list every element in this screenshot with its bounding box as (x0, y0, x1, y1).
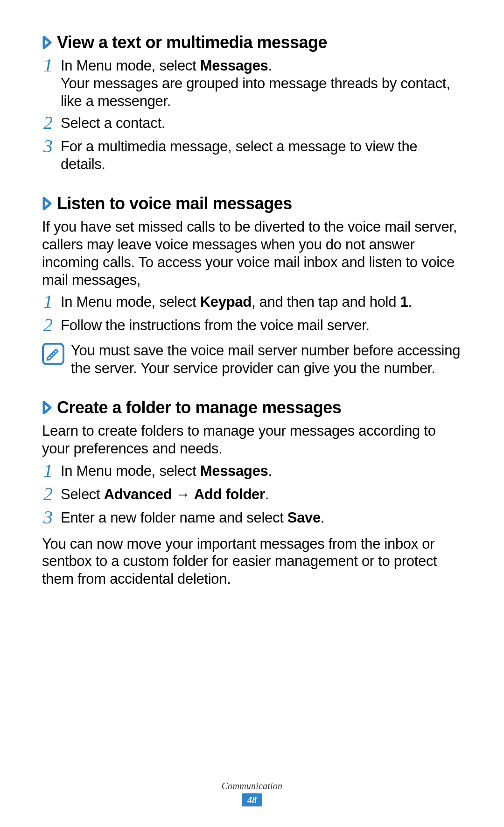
step-body: Select a contact. (61, 114, 462, 132)
step-number: 2 (42, 113, 54, 132)
step-body: Enter a new folder name and select Save. (61, 509, 462, 527)
step-item: 2 Follow the instructions from the voice… (42, 317, 462, 335)
section-heading: Create a folder to manage messages (42, 398, 462, 417)
svg-line-0 (50, 355, 52, 357)
section-heading: View a text or multimedia message (42, 33, 462, 52)
step-item: 3 For a multimedia message, select a mes… (42, 138, 462, 173)
note-text: You must save the voice mail server numb… (71, 342, 462, 377)
section-intro: If you have set missed calls to be diver… (42, 218, 462, 289)
chevron-icon (42, 197, 54, 210)
heading-text: Listen to voice mail messages (57, 194, 292, 213)
step-body: Select Advanced → Add folder. (61, 486, 462, 503)
note-block: You must save the voice mail server numb… (42, 342, 462, 377)
step-number: 1 (42, 56, 54, 75)
step-body: In Menu mode, select Keypad, and then ta… (61, 293, 462, 311)
page-number-badge: 48 (242, 793, 262, 806)
page-footer: Communication 48 (0, 781, 504, 806)
step-body: In Menu mode, select Messages. (61, 462, 462, 480)
step-body: In Menu mode, select Messages. Your mess… (61, 57, 462, 110)
footer-chapter: Communication (0, 781, 504, 792)
step-body: Follow the instructions from the voice m… (61, 317, 462, 334)
section-intro: Learn to create folders to manage your m… (42, 422, 462, 458)
step-item: 3 Enter a new folder name and select Sav… (42, 509, 462, 528)
step-number: 2 (42, 485, 54, 503)
manual-page: View a text or multimedia message 1 In M… (0, 0, 504, 827)
chevron-icon (42, 36, 54, 49)
step-body: For a multimedia message, select a messa… (61, 138, 462, 173)
step-number: 3 (42, 508, 54, 527)
step-item: 1 In Menu mode, select Keypad, and then … (42, 293, 462, 312)
step-number: 1 (42, 461, 54, 480)
chevron-icon (42, 401, 54, 414)
heading-text: View a text or multimedia message (57, 33, 327, 52)
heading-text: Create a folder to manage messages (57, 398, 341, 417)
svg-line-2 (54, 352, 56, 353)
svg-line-1 (52, 353, 54, 355)
step-item: 1 In Menu mode, select Messages. (42, 462, 462, 481)
step-number: 1 (42, 292, 54, 311)
section-heading: Listen to voice mail messages (42, 194, 462, 213)
step-item: 2 Select a contact. (42, 114, 462, 133)
section-outro: You can now move your important messages… (42, 535, 462, 588)
step-number: 3 (42, 137, 54, 156)
step-item: 2 Select Advanced → Add folder. (42, 486, 462, 504)
step-number: 2 (42, 316, 54, 334)
step-item: 1 In Menu mode, select Messages. Your me… (42, 57, 462, 110)
note-icon (42, 343, 64, 365)
